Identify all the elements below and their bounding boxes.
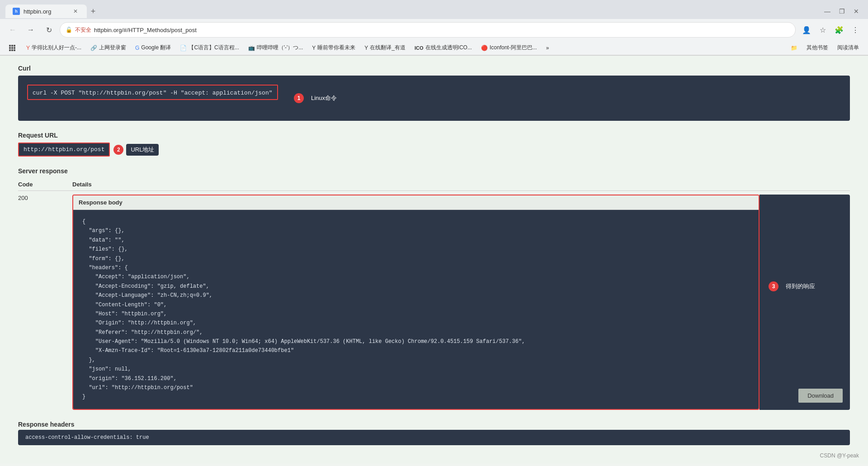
browser-chrome: h httpbin.org ✕ + — ❐ ✕ ← → ↻ 🔓 不安全 http… bbox=[0, 0, 868, 56]
bookmark-more[interactable]: » bbox=[542, 44, 553, 52]
back-button[interactable]: ← bbox=[5, 23, 20, 37]
request-url-label: Request URL bbox=[18, 132, 850, 139]
browser-toolbar: ← → ↻ 🔓 不安全 httpbin.org/#/HTTP_Methods/p… bbox=[0, 19, 868, 41]
title-bar: h httpbin.org ✕ + — ❐ ✕ bbox=[0, 0, 868, 19]
code-column-header: Code bbox=[18, 181, 72, 188]
toolbar-right: 👤 ☆ 🧩 ⋮ bbox=[799, 23, 863, 37]
status-code: 200 bbox=[18, 195, 72, 201]
translate2-label: 在线翻译_有道 bbox=[370, 44, 406, 52]
annotation3-group: 3 得到的响应 bbox=[769, 281, 820, 292]
bookmark-folder-icon: 📁 bbox=[787, 44, 801, 52]
sleep-icon: Y bbox=[312, 45, 316, 51]
more-label: » bbox=[546, 45, 549, 51]
iconfont-label: Iconfont-阿里巴巴... bbox=[490, 44, 537, 52]
c-label: 【C语言】C语言程... bbox=[189, 44, 239, 52]
bookmarks-bar: Y 学得比别人好一点-... 🔗 上网登录窗 G Google 翻译 📄 【C语… bbox=[0, 41, 868, 55]
new-tab-button[interactable]: + bbox=[87, 5, 99, 18]
server-response-header: Server response bbox=[18, 167, 850, 175]
bookmark-youdao[interactable]: Y 学得比别人好一点-... bbox=[23, 43, 85, 52]
security-warning-text: 不安全 bbox=[75, 26, 91, 34]
maximize-button[interactable]: ❐ bbox=[835, 5, 848, 18]
server-response-section: Server response Code Details 200 Respons… bbox=[18, 167, 850, 414]
sleep-label: 睡前带你看未来 bbox=[317, 44, 355, 52]
annotation2-group: 2 URL地址 bbox=[113, 144, 159, 156]
bookmark-iconfont[interactable]: 🔴 Iconfont-阿里巴巴... bbox=[477, 43, 541, 52]
download-button[interactable]: Download bbox=[798, 389, 843, 403]
security-icon: 🔓 bbox=[66, 27, 72, 33]
reader-label: 阅读清单 bbox=[837, 44, 859, 52]
c-icon: 📄 bbox=[180, 45, 187, 51]
menu-icon[interactable]: ⋮ bbox=[848, 23, 863, 37]
bookmark-google-translate[interactable]: G Google 翻译 bbox=[132, 43, 175, 52]
curl-label: Curl bbox=[18, 65, 850, 72]
bookmark-reader[interactable]: 阅读清单 bbox=[834, 43, 863, 52]
annotation1-tooltip: Linux命令 bbox=[307, 92, 341, 104]
watermark: CSDN @Y-peak bbox=[820, 452, 859, 459]
translate2-icon: Y bbox=[364, 45, 368, 51]
annotation1-badge: 1 bbox=[294, 93, 304, 103]
request-url-section: Request URL http://httpbin.org/post 2 UR… bbox=[18, 132, 850, 157]
response-headers-code: access-control-allow-credentials: true bbox=[18, 430, 850, 445]
annotation2-badge: 2 bbox=[113, 145, 123, 155]
bookmark-ico[interactable]: ICO 在线生成透明ICO... bbox=[411, 43, 476, 52]
folder-icon: 📁 bbox=[791, 45, 797, 51]
browser-tab[interactable]: h httpbin.org ✕ bbox=[5, 5, 87, 18]
profile-icon[interactable]: 👤 bbox=[799, 23, 814, 37]
response-body-label: Response body bbox=[73, 195, 759, 210]
annotation2-tooltip: URL地址 bbox=[126, 144, 159, 156]
youdao-label: 学得比别人好一点-... bbox=[32, 44, 81, 52]
bookmark-sleep[interactable]: Y 睡前带你看未来 bbox=[308, 43, 359, 52]
forward-button[interactable]: → bbox=[24, 23, 38, 37]
bookmark-c-lang[interactable]: 📄 【C语言】C语言程... bbox=[176, 43, 242, 52]
tab-favicon: h bbox=[13, 8, 20, 15]
youdao-icon: Y bbox=[26, 45, 30, 51]
close-button[interactable]: ✕ bbox=[850, 5, 863, 18]
tab-close-button[interactable]: ✕ bbox=[71, 7, 80, 15]
annotation3-tooltip: 得到的响应 bbox=[781, 281, 820, 292]
response-body-code: { "args": {}, "data": "", "files": {}, "… bbox=[73, 210, 759, 409]
other-label: 其他书签 bbox=[807, 44, 828, 52]
tab-title: httpbin.org bbox=[24, 8, 51, 15]
table-header: Code Details bbox=[18, 178, 850, 191]
right-panel: 3 得到的响应 Download bbox=[760, 195, 850, 410]
reload-button[interactable]: ↻ bbox=[42, 23, 56, 37]
extensions-icon[interactable]: 🧩 bbox=[832, 23, 846, 37]
annotation3-badge: 3 bbox=[769, 281, 778, 291]
curl-code-block: curl -X POST "http://httpbin.org/post" -… bbox=[18, 76, 850, 121]
login-icon: 🔗 bbox=[90, 45, 97, 51]
iconfont-icon: 🔴 bbox=[481, 45, 488, 51]
google-label: Google 翻译 bbox=[141, 44, 171, 52]
response-layout: Response body { "args": {}, "data": "", … bbox=[72, 195, 850, 410]
response-headers-section: Response headers access-control-allow-cr… bbox=[18, 421, 850, 445]
page-content: Curl curl -X POST "http://httpbin.org/po… bbox=[0, 56, 868, 463]
bookmark-login[interactable]: 🔗 上网登录窗 bbox=[87, 43, 130, 52]
curl-code-text: curl -X POST "http://httpbin.org/post" -… bbox=[33, 90, 273, 96]
window-controls: — ❐ ✕ bbox=[821, 5, 863, 18]
bookmark-bilibili[interactable]: 📺 哔哩哔哩（'-'）つ... bbox=[245, 43, 307, 52]
apps-grid-icon bbox=[9, 45, 15, 51]
google-icon: G bbox=[135, 45, 139, 51]
ico-label: 在线生成透明ICO... bbox=[425, 44, 472, 52]
request-url-value: http://httpbin.org/post bbox=[18, 143, 110, 157]
address-bar[interactable]: 🔓 不安全 httpbin.org/#/HTTP_Methods/post_po… bbox=[60, 22, 796, 38]
response-body-container: Response body { "args": {}, "data": "", … bbox=[72, 195, 760, 410]
response-headers-label: Response headers bbox=[18, 421, 850, 428]
details-cell: Response body { "args": {}, "data": "", … bbox=[72, 195, 850, 410]
bookmark-translate2[interactable]: Y 在线翻译_有道 bbox=[361, 43, 409, 52]
bookmark-apps[interactable] bbox=[5, 44, 21, 52]
bilibili-icon: 📺 bbox=[248, 45, 255, 51]
url-text: httpbin.org/#/HTTP_Methods/post_post bbox=[94, 27, 790, 33]
table-row: 200 Response body { "args": {}, "data": … bbox=[18, 191, 850, 414]
annotation1-group: 1 Linux命令 bbox=[294, 92, 341, 104]
bilibili-label: 哔哩哔哩（'-'）つ... bbox=[257, 44, 303, 52]
details-column-header: Details bbox=[72, 181, 850, 188]
star-icon[interactable]: ☆ bbox=[816, 23, 830, 37]
bookmark-other[interactable]: 其他书签 bbox=[803, 43, 832, 52]
login-label: 上网登录窗 bbox=[99, 44, 126, 52]
response-table: Code Details 200 Response body { "args":… bbox=[18, 178, 850, 414]
minimize-button[interactable]: — bbox=[821, 5, 834, 18]
ico-icon: ICO bbox=[415, 45, 424, 51]
curl-section: Curl curl -X POST "http://httpbin.org/po… bbox=[18, 65, 850, 121]
